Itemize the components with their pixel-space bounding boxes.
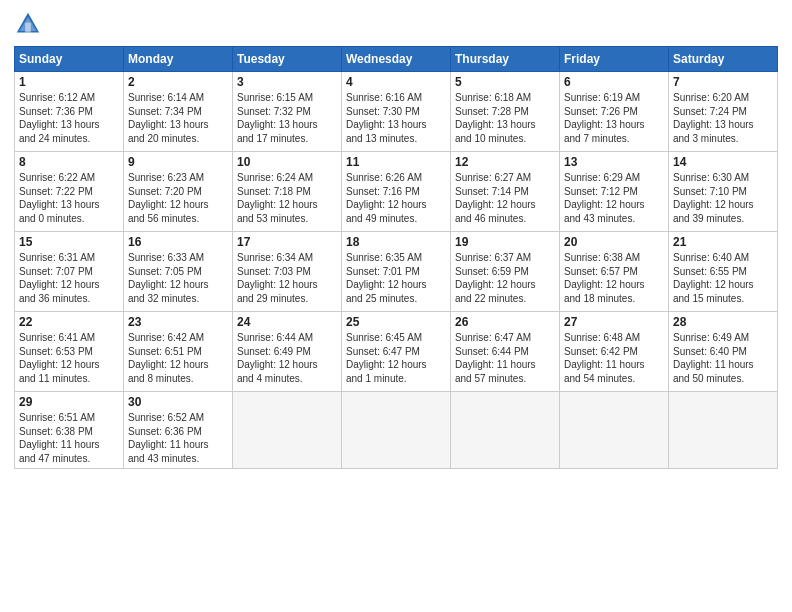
day-number: 25 [346, 315, 446, 329]
day-number: 23 [128, 315, 228, 329]
calendar-cell: 6Sunrise: 6:19 AM Sunset: 7:26 PM Daylig… [560, 72, 669, 152]
calendar-cell: 4Sunrise: 6:16 AM Sunset: 7:30 PM Daylig… [342, 72, 451, 152]
day-info: Sunrise: 6:44 AM Sunset: 6:49 PM Dayligh… [237, 331, 337, 385]
calendar-cell: 30Sunrise: 6:52 AM Sunset: 6:36 PM Dayli… [124, 392, 233, 469]
weekday-header-tuesday: Tuesday [233, 47, 342, 72]
calendar-cell: 16Sunrise: 6:33 AM Sunset: 7:05 PM Dayli… [124, 232, 233, 312]
day-number: 19 [455, 235, 555, 249]
day-info: Sunrise: 6:51 AM Sunset: 6:38 PM Dayligh… [19, 411, 119, 465]
weekday-header-row: SundayMondayTuesdayWednesdayThursdayFrid… [15, 47, 778, 72]
day-info: Sunrise: 6:16 AM Sunset: 7:30 PM Dayligh… [346, 91, 446, 145]
calendar-cell [560, 392, 669, 469]
day-info: Sunrise: 6:42 AM Sunset: 6:51 PM Dayligh… [128, 331, 228, 385]
day-number: 3 [237, 75, 337, 89]
day-number: 26 [455, 315, 555, 329]
calendar-cell: 11Sunrise: 6:26 AM Sunset: 7:16 PM Dayli… [342, 152, 451, 232]
day-number: 24 [237, 315, 337, 329]
calendar-cell [669, 392, 778, 469]
calendar-cell [451, 392, 560, 469]
day-info: Sunrise: 6:15 AM Sunset: 7:32 PM Dayligh… [237, 91, 337, 145]
day-info: Sunrise: 6:18 AM Sunset: 7:28 PM Dayligh… [455, 91, 555, 145]
week-row-1: 8Sunrise: 6:22 AM Sunset: 7:22 PM Daylig… [15, 152, 778, 232]
day-info: Sunrise: 6:29 AM Sunset: 7:12 PM Dayligh… [564, 171, 664, 225]
day-number: 29 [19, 395, 119, 409]
day-number: 16 [128, 235, 228, 249]
day-number: 2 [128, 75, 228, 89]
week-row-2: 15Sunrise: 6:31 AM Sunset: 7:07 PM Dayli… [15, 232, 778, 312]
calendar-cell: 23Sunrise: 6:42 AM Sunset: 6:51 PM Dayli… [124, 312, 233, 392]
calendar-cell: 14Sunrise: 6:30 AM Sunset: 7:10 PM Dayli… [669, 152, 778, 232]
day-number: 30 [128, 395, 228, 409]
week-row-3: 22Sunrise: 6:41 AM Sunset: 6:53 PM Dayli… [15, 312, 778, 392]
calendar-cell: 15Sunrise: 6:31 AM Sunset: 7:07 PM Dayli… [15, 232, 124, 312]
day-info: Sunrise: 6:30 AM Sunset: 7:10 PM Dayligh… [673, 171, 773, 225]
day-info: Sunrise: 6:35 AM Sunset: 7:01 PM Dayligh… [346, 251, 446, 305]
calendar-cell: 26Sunrise: 6:47 AM Sunset: 6:44 PM Dayli… [451, 312, 560, 392]
day-number: 15 [19, 235, 119, 249]
calendar-cell: 24Sunrise: 6:44 AM Sunset: 6:49 PM Dayli… [233, 312, 342, 392]
calendar-cell [342, 392, 451, 469]
day-info: Sunrise: 6:33 AM Sunset: 7:05 PM Dayligh… [128, 251, 228, 305]
calendar-cell: 12Sunrise: 6:27 AM Sunset: 7:14 PM Dayli… [451, 152, 560, 232]
calendar-cell: 10Sunrise: 6:24 AM Sunset: 7:18 PM Dayli… [233, 152, 342, 232]
calendar-cell: 18Sunrise: 6:35 AM Sunset: 7:01 PM Dayli… [342, 232, 451, 312]
weekday-header-sunday: Sunday [15, 47, 124, 72]
day-number: 20 [564, 235, 664, 249]
calendar-cell: 19Sunrise: 6:37 AM Sunset: 6:59 PM Dayli… [451, 232, 560, 312]
day-number: 1 [19, 75, 119, 89]
day-info: Sunrise: 6:22 AM Sunset: 7:22 PM Dayligh… [19, 171, 119, 225]
calendar-cell: 17Sunrise: 6:34 AM Sunset: 7:03 PM Dayli… [233, 232, 342, 312]
day-number: 8 [19, 155, 119, 169]
day-number: 17 [237, 235, 337, 249]
day-info: Sunrise: 6:12 AM Sunset: 7:36 PM Dayligh… [19, 91, 119, 145]
day-number: 12 [455, 155, 555, 169]
weekday-header-thursday: Thursday [451, 47, 560, 72]
calendar-cell: 27Sunrise: 6:48 AM Sunset: 6:42 PM Dayli… [560, 312, 669, 392]
calendar-cell: 9Sunrise: 6:23 AM Sunset: 7:20 PM Daylig… [124, 152, 233, 232]
svg-rect-2 [25, 23, 31, 33]
calendar-cell: 3Sunrise: 6:15 AM Sunset: 7:32 PM Daylig… [233, 72, 342, 152]
calendar-cell [233, 392, 342, 469]
day-number: 14 [673, 155, 773, 169]
day-info: Sunrise: 6:34 AM Sunset: 7:03 PM Dayligh… [237, 251, 337, 305]
day-number: 13 [564, 155, 664, 169]
week-row-4: 29Sunrise: 6:51 AM Sunset: 6:38 PM Dayli… [15, 392, 778, 469]
day-info: Sunrise: 6:41 AM Sunset: 6:53 PM Dayligh… [19, 331, 119, 385]
day-info: Sunrise: 6:27 AM Sunset: 7:14 PM Dayligh… [455, 171, 555, 225]
page: SundayMondayTuesdayWednesdayThursdayFrid… [0, 0, 792, 612]
day-info: Sunrise: 6:37 AM Sunset: 6:59 PM Dayligh… [455, 251, 555, 305]
calendar-cell: 13Sunrise: 6:29 AM Sunset: 7:12 PM Dayli… [560, 152, 669, 232]
calendar-cell: 21Sunrise: 6:40 AM Sunset: 6:55 PM Dayli… [669, 232, 778, 312]
day-number: 22 [19, 315, 119, 329]
day-info: Sunrise: 6:31 AM Sunset: 7:07 PM Dayligh… [19, 251, 119, 305]
day-info: Sunrise: 6:47 AM Sunset: 6:44 PM Dayligh… [455, 331, 555, 385]
calendar: SundayMondayTuesdayWednesdayThursdayFrid… [14, 46, 778, 469]
day-number: 7 [673, 75, 773, 89]
weekday-header-friday: Friday [560, 47, 669, 72]
logo-icon [14, 10, 42, 38]
day-number: 4 [346, 75, 446, 89]
day-number: 11 [346, 155, 446, 169]
day-number: 5 [455, 75, 555, 89]
day-info: Sunrise: 6:48 AM Sunset: 6:42 PM Dayligh… [564, 331, 664, 385]
calendar-cell: 22Sunrise: 6:41 AM Sunset: 6:53 PM Dayli… [15, 312, 124, 392]
day-info: Sunrise: 6:40 AM Sunset: 6:55 PM Dayligh… [673, 251, 773, 305]
day-number: 27 [564, 315, 664, 329]
day-info: Sunrise: 6:52 AM Sunset: 6:36 PM Dayligh… [128, 411, 228, 465]
day-info: Sunrise: 6:14 AM Sunset: 7:34 PM Dayligh… [128, 91, 228, 145]
day-number: 9 [128, 155, 228, 169]
weekday-header-monday: Monday [124, 47, 233, 72]
week-row-0: 1Sunrise: 6:12 AM Sunset: 7:36 PM Daylig… [15, 72, 778, 152]
day-info: Sunrise: 6:19 AM Sunset: 7:26 PM Dayligh… [564, 91, 664, 145]
calendar-cell: 28Sunrise: 6:49 AM Sunset: 6:40 PM Dayli… [669, 312, 778, 392]
calendar-cell: 20Sunrise: 6:38 AM Sunset: 6:57 PM Dayli… [560, 232, 669, 312]
logo [14, 10, 46, 38]
day-info: Sunrise: 6:45 AM Sunset: 6:47 PM Dayligh… [346, 331, 446, 385]
weekday-header-wednesday: Wednesday [342, 47, 451, 72]
day-number: 21 [673, 235, 773, 249]
day-info: Sunrise: 6:26 AM Sunset: 7:16 PM Dayligh… [346, 171, 446, 225]
day-info: Sunrise: 6:24 AM Sunset: 7:18 PM Dayligh… [237, 171, 337, 225]
weekday-header-saturday: Saturday [669, 47, 778, 72]
calendar-cell: 8Sunrise: 6:22 AM Sunset: 7:22 PM Daylig… [15, 152, 124, 232]
day-number: 6 [564, 75, 664, 89]
